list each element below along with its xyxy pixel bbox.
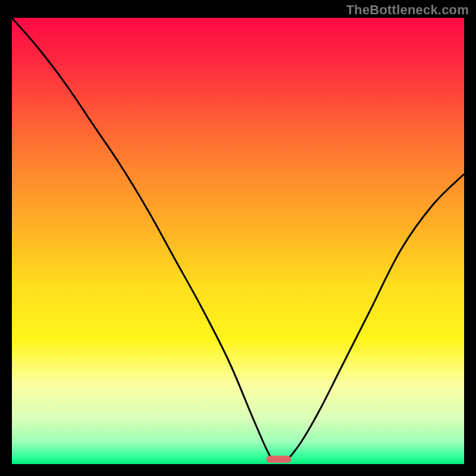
bottleneck-chart: [12, 18, 464, 464]
chart-frame: TheBottleneck.com: [0, 0, 476, 476]
watermark-label: TheBottleneck.com: [346, 2, 469, 18]
gradient-background: [12, 18, 464, 464]
bottleneck-marker: [267, 456, 292, 463]
